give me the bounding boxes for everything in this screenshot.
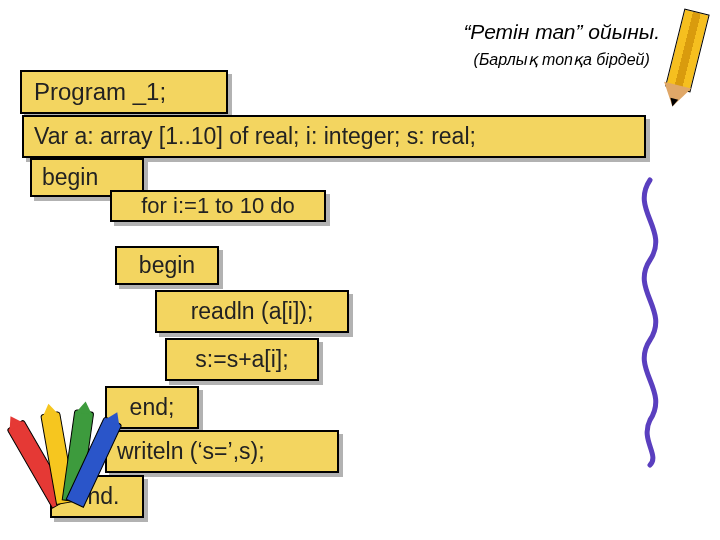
code-line-writeln[interactable]: writeln (‘s=’,s);	[105, 430, 339, 473]
squiggle-icon	[620, 170, 680, 470]
header: “Ретін тап” ойыны. (Барлық топқа бірдей)	[463, 20, 660, 69]
pencil-icon	[651, 6, 718, 114]
game-title: “Ретін тап” ойыны.	[463, 20, 660, 44]
code-line-begin2[interactable]: begin	[115, 246, 219, 285]
game-subtitle: (Барлық топқа бірдей)	[463, 50, 660, 69]
code-line-for[interactable]: for i:=1 to 10 do	[110, 190, 326, 222]
code-line-sum[interactable]: s:=s+a[i];	[165, 338, 319, 381]
code-line-program[interactable]: Program _1;	[20, 70, 228, 114]
code-line-var[interactable]: Var a: array [1..10] of real; i: integer…	[22, 115, 646, 158]
code-line-readln[interactable]: readln (a[i]);	[155, 290, 349, 333]
crayons-icon	[10, 400, 130, 510]
